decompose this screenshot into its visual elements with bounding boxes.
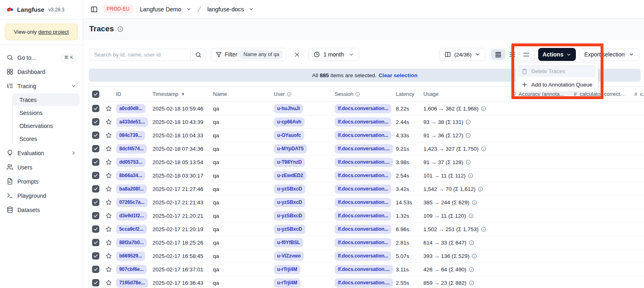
row-checkbox[interactable]	[92, 105, 99, 112]
session-id-badge[interactable]: lf.docs.conversation...	[335, 104, 391, 113]
star-icon[interactable]	[105, 119, 112, 125]
session-id-badge[interactable]: lf.docs.conversation...	[335, 251, 391, 261]
column-header-id[interactable]: ID	[116, 91, 152, 97]
session-id-badge[interactable]: lf.docs.conversation...	[335, 131, 391, 140]
sidebar-item-observations[interactable]: Observations	[13, 119, 79, 132]
session-id-badge[interactable]: lf.docs.conversation...	[335, 211, 391, 221]
column-header-timestamp[interactable]: Timestamp▼	[152, 91, 213, 97]
user-id-badge[interactable]: u-OYauofc	[274, 131, 304, 140]
session-id-badge[interactable]: lf.docs.conversation....	[335, 278, 393, 288]
sidebar-item-scores[interactable]: Scores	[13, 132, 79, 145]
column-header-name[interactable]: Name	[213, 91, 274, 97]
page-info-icon[interactable]	[117, 26, 123, 32]
user-id-badge[interactable]: u-yzSBxcD	[274, 211, 305, 221]
session-id-badge[interactable]: lf.docs.conversation...	[335, 117, 391, 127]
search-input[interactable]	[89, 49, 190, 61]
session-id-badge[interactable]: lf.docs.conversation...	[335, 225, 391, 234]
sidebar-item-traces[interactable]: Traces	[13, 93, 79, 106]
trace-id-badge[interactable]: 8dcf4574...	[116, 144, 147, 154]
project-name[interactable]: langfuse-docs	[207, 6, 244, 13]
session-id-badge[interactable]: lf.docs.conversation....	[335, 265, 393, 274]
export-selection-button[interactable]: Export selection	[579, 48, 640, 61]
demo-project-link[interactable]: demo project	[38, 29, 69, 35]
star-icon[interactable]	[105, 239, 112, 246]
clear-filter-icon[interactable]	[291, 48, 303, 61]
user-id-badge[interactable]: u-yzSBxcD	[274, 198, 305, 207]
row-height-small-button[interactable]	[491, 49, 505, 60]
menu-item-delete-traces[interactable]: Delete Traces	[518, 65, 596, 77]
trace-id-badge[interactable]: dd05753...	[116, 158, 146, 167]
row-checkbox[interactable]	[92, 252, 99, 260]
row-checkbox[interactable]	[92, 118, 99, 126]
sidebar-toggle-icon[interactable]	[89, 4, 99, 14]
trace-id-badge[interactable]: ba8a208f...	[116, 184, 147, 194]
sidebar-item-goto[interactable]: Go to... ⌘ K	[3, 50, 79, 65]
session-id-badge[interactable]: lf.docs.conversation...	[335, 198, 391, 207]
sidebar-item-datasets[interactable]: Datasets	[3, 203, 79, 217]
row-checkbox[interactable]	[92, 212, 99, 219]
column-header-usage[interactable]: Usage	[423, 91, 512, 97]
session-id-badge[interactable]: lf.docs.conversation...	[335, 184, 391, 194]
row-checkbox[interactable]	[92, 279, 99, 286]
session-id-badge[interactable]: lf.docs.conversation....	[335, 144, 393, 154]
org-name[interactable]: Langfuse Demo	[140, 6, 181, 13]
column-header-session[interactable]: Session	[335, 91, 396, 97]
sidebar-item-sessions[interactable]: Sessions	[13, 106, 79, 119]
sidebar-item-tracing[interactable]: Tracing	[3, 79, 79, 93]
star-icon[interactable]	[105, 105, 112, 112]
user-id-badge[interactable]: u-f0YfBSL	[274, 238, 303, 247]
select-all-checkbox[interactable]	[92, 91, 99, 98]
column-header-score3[interactable]: #c...	[634, 91, 644, 97]
sidebar-item-dashboard[interactable]: Dashboard	[3, 65, 79, 79]
trace-id-badge[interactable]: 88f2a7b0...	[116, 238, 147, 247]
user-id-badge[interactable]: u-VlZzvwo	[274, 251, 304, 261]
column-header-calculator-correct[interactable]: #calculator-correct...	[574, 91, 634, 97]
user-id-badge[interactable]: u-zEwdED2	[274, 171, 306, 180]
trace-id-badge[interactable]: 084c739...	[116, 131, 145, 140]
sidebar-item-evaluation[interactable]: Evaluation	[3, 146, 79, 160]
column-visibility-button[interactable]: (24/36)	[439, 48, 485, 61]
star-icon[interactable]	[105, 226, 112, 232]
actions-button[interactable]: Actions	[538, 48, 576, 61]
trace-id-badge[interactable]: 5cca9cf2...	[116, 225, 147, 234]
row-checkbox[interactable]	[92, 266, 99, 273]
session-id-badge[interactable]: lf.docs.conversation....	[335, 158, 393, 167]
star-icon[interactable]	[105, 253, 112, 259]
trace-id-badge[interactable]: 907cbf6e...	[116, 265, 147, 274]
trace-id-badge[interactable]: b669529...	[116, 251, 145, 261]
star-icon[interactable]	[105, 172, 112, 179]
search-button[interactable]	[190, 49, 206, 61]
row-checkbox[interactable]	[92, 145, 99, 152]
time-range-button[interactable]: 1 month	[308, 48, 359, 61]
row-checkbox[interactable]	[92, 199, 99, 206]
trace-id-badge[interactable]: a0cd0d9...	[116, 104, 146, 113]
star-icon[interactable]	[105, 186, 112, 192]
row-height-large-button[interactable]	[519, 49, 533, 60]
trace-id-badge[interactable]: 8b66a34...	[116, 171, 145, 180]
trace-id-badge[interactable]: 07265c7a...	[116, 198, 148, 207]
star-icon[interactable]	[105, 279, 112, 286]
star-icon[interactable]	[105, 132, 112, 139]
column-header-user[interactable]: User	[274, 91, 335, 97]
clear-selection-link[interactable]: Clear selection	[378, 72, 417, 78]
sidebar-item-playground[interactable]: Playground	[3, 188, 79, 203]
session-id-badge[interactable]: lf.docs.conversation...	[335, 171, 391, 180]
trace-id-badge[interactable]: 7195d78e...	[116, 278, 148, 288]
row-checkbox[interactable]	[92, 239, 99, 246]
org-chevron-down-icon[interactable]	[186, 6, 191, 12]
user-id-badge[interactable]: u-MYpDAT5	[274, 144, 307, 154]
row-checkbox[interactable]	[92, 225, 99, 233]
row-checkbox[interactable]	[92, 132, 99, 139]
trace-id-badge[interactable]: a433de51...	[116, 117, 148, 127]
user-id-badge[interactable]: u-rTrjI4M	[274, 278, 301, 288]
filter-button[interactable]: Filter Name any of qa	[211, 48, 286, 61]
column-header-latency[interactable]: Latency	[396, 91, 423, 97]
star-icon[interactable]	[105, 266, 112, 273]
user-id-badge[interactable]: u-yzSBxcD	[274, 184, 305, 194]
user-id-badge[interactable]: u-huJhuJi	[274, 104, 303, 113]
star-icon[interactable]	[105, 212, 112, 219]
user-id-badge[interactable]: u-rTrjI4M	[274, 265, 301, 274]
sidebar-item-prompts[interactable]: Prompts	[3, 174, 79, 188]
trace-id-badge[interactable]: d3e9d1f2...	[116, 211, 147, 221]
menu-item-add-to-annotation-queue[interactable]: Add to Annotation Queue	[518, 78, 596, 91]
